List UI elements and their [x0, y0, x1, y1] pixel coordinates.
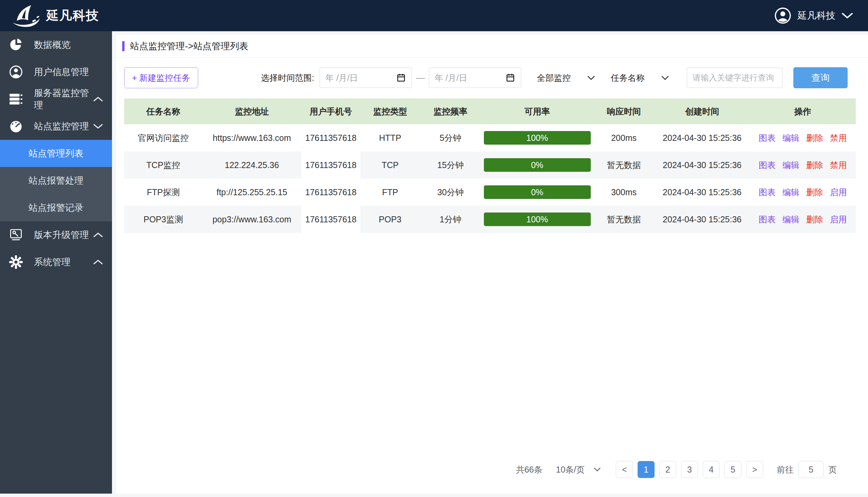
sidebar-item-user-info[interactable]: 用户信息管理 — [0, 58, 112, 86]
cell-operations: 图表 编辑 删除 启用 — [750, 206, 856, 233]
col-header-response: 响应时间 — [593, 98, 654, 124]
cell-type: POP3 — [360, 206, 420, 233]
content-spacer — [116, 233, 868, 461]
prev-page-button[interactable]: < — [616, 461, 633, 478]
col-header-type: 监控类型 — [360, 98, 420, 124]
table-row: POP3监测 pop3://www.163.com 17611357618 PO… — [124, 206, 856, 233]
monitor-type-select[interactable]: 全部监控 — [537, 72, 595, 84]
gear-icon — [8, 254, 24, 270]
chevron-up-icon — [93, 259, 103, 265]
gauge-icon — [8, 118, 24, 134]
sidebar-item-label: 系统管理 — [34, 256, 93, 268]
cell-availability: 100% — [481, 206, 593, 233]
disable-link[interactable]: 禁用 — [830, 132, 847, 144]
cell-availability: 100% — [481, 124, 593, 152]
delete-link[interactable]: 删除 — [806, 159, 823, 171]
col-header-task-name: 任务名称 — [124, 98, 203, 124]
brand-logo: 延凡科技 — [12, 4, 99, 28]
breadcrumb: 站点监控管理->站点管理列表 — [116, 34, 868, 58]
availability-bar: 0% — [484, 185, 591, 199]
site-monitor-submenu: 站点管理列表 站点报警处理 站点报警记录 — [0, 140, 112, 221]
new-task-button[interactable]: + 新建监控任务 — [124, 67, 198, 88]
page-button-4[interactable]: 4 — [703, 461, 720, 478]
disable-link[interactable]: 禁用 — [830, 159, 847, 171]
sidebar-item-version-upgrade[interactable]: 版本升级管理 — [0, 221, 112, 248]
chart-link[interactable]: 图表 — [759, 214, 776, 225]
edit-link[interactable]: 编辑 — [782, 159, 799, 171]
goto-page-input[interactable] — [798, 461, 824, 478]
cell-url: ftp://125.255.25.15 — [203, 179, 301, 206]
sidebar-item-server-monitor[interactable]: 服务器监控管理 — [0, 86, 112, 113]
start-date-placeholder: 年 /月/日 — [326, 72, 396, 84]
range-separator: — — [416, 73, 425, 83]
cell-created: 2024-04-30 15:25:36 — [654, 152, 750, 179]
edit-link[interactable]: 编辑 — [782, 187, 799, 198]
chart-link[interactable]: 图表 — [759, 132, 776, 144]
cell-frequency: 30分钟 — [420, 179, 481, 206]
search-field-select[interactable]: 任务名称 — [611, 72, 669, 84]
sidebar-item-label: 站点监控管理 — [34, 120, 93, 132]
edit-link[interactable]: 编辑 — [782, 132, 799, 144]
page-button-2[interactable]: 2 — [659, 461, 676, 478]
submenu-item-alarm-record[interactable]: 站点报警记录 — [0, 194, 112, 221]
edit-link[interactable]: 编辑 — [782, 214, 799, 225]
availability-bar: 100% — [484, 131, 591, 145]
next-page-button[interactable]: > — [746, 461, 763, 478]
cell-response: 暂无数据 — [593, 206, 654, 233]
cell-phone: 17611357618 — [301, 206, 361, 233]
cell-response: 300ms — [593, 179, 654, 206]
query-button[interactable]: 查询 — [793, 67, 848, 88]
enable-link[interactable]: 启用 — [830, 187, 847, 198]
submenu-item-site-list[interactable]: 站点管理列表 — [0, 140, 112, 167]
pagination: 共66条 10条/页 < 1 2 3 4 5 > 前往 页 — [116, 461, 868, 494]
end-date-placeholder: 年 /月/日 — [435, 72, 505, 84]
submenu-item-alarm-handle[interactable]: 站点报警处理 — [0, 167, 112, 194]
breadcrumb-accent-bar — [122, 41, 125, 51]
delete-link[interactable]: 删除 — [806, 187, 823, 198]
sidebar-item-data-overview[interactable]: 数据概览 — [0, 31, 112, 58]
user-menu[interactable]: 延凡科技 — [775, 7, 853, 24]
monitor-task-table: 任务名称 监控地址 用户手机号 监控类型 监控频率 可用率 响应时间 创建时间 … — [124, 98, 856, 233]
breadcrumb-text: 站点监控管理->站点管理列表 — [130, 40, 248, 52]
chevron-up-icon — [93, 96, 103, 102]
cell-url: https://www.163.com — [203, 124, 301, 152]
cell-created: 2024-04-30 15:25:36 — [654, 206, 750, 233]
page-size-select[interactable]: 10条/页 — [556, 464, 601, 475]
chevron-down-icon — [841, 12, 853, 19]
cell-operations: 图表 编辑 删除 启用 — [750, 179, 856, 206]
table-row: TCP监控 122.224.25.36 17611357618 TCP 15分钟… — [124, 152, 856, 179]
start-date-input[interactable]: 年 /月/日 — [320, 68, 412, 88]
chevron-down-icon — [93, 123, 103, 129]
chart-link[interactable]: 图表 — [759, 159, 776, 171]
sidebar-item-system-manage[interactable]: 系统管理 — [0, 248, 112, 276]
col-header-phone: 用户手机号 — [301, 98, 361, 124]
delete-link[interactable]: 删除 — [806, 132, 823, 144]
page-button-5[interactable]: 5 — [724, 461, 741, 478]
cell-phone: 17611357618 — [301, 179, 361, 206]
chart-link[interactable]: 图表 — [759, 187, 776, 198]
cell-phone: 17611357618 — [301, 152, 361, 179]
cell-frequency: 5分钟 — [420, 124, 481, 152]
cell-created: 2024-04-30 15:25:36 — [654, 179, 750, 206]
end-date-input[interactable]: 年 /月/日 — [429, 68, 521, 88]
calendar-icon — [396, 73, 406, 83]
cell-operations: 图表 编辑 删除 禁用 — [750, 152, 856, 179]
cell-availability: 0% — [481, 179, 593, 206]
sidebar-item-label: 用户信息管理 — [34, 66, 103, 78]
enable-link[interactable]: 启用 — [830, 214, 847, 225]
table-header-row: 任务名称 监控地址 用户手机号 监控类型 监控频率 可用率 响应时间 创建时间 … — [124, 98, 856, 124]
time-range-label: 选择时间范围: — [261, 72, 314, 84]
brand-name: 延凡科技 — [46, 7, 99, 24]
col-header-created: 创建时间 — [654, 98, 750, 124]
sidebar-item-site-monitor[interactable]: 站点监控管理 — [0, 113, 112, 140]
page-button-1[interactable]: 1 — [638, 461, 654, 478]
page-button-3[interactable]: 3 — [681, 461, 698, 478]
delete-link[interactable]: 删除 — [806, 214, 823, 225]
cell-task-name: POP3监测 — [124, 206, 203, 233]
col-header-availability: 可用率 — [481, 98, 593, 124]
cell-phone: 17611357618 — [301, 124, 361, 152]
col-header-url: 监控地址 — [203, 98, 301, 124]
keyword-search-input[interactable] — [687, 68, 782, 88]
cell-task-name: TCP监控 — [124, 152, 203, 179]
top-header: 延凡科技 延凡科技 — [0, 0, 868, 31]
